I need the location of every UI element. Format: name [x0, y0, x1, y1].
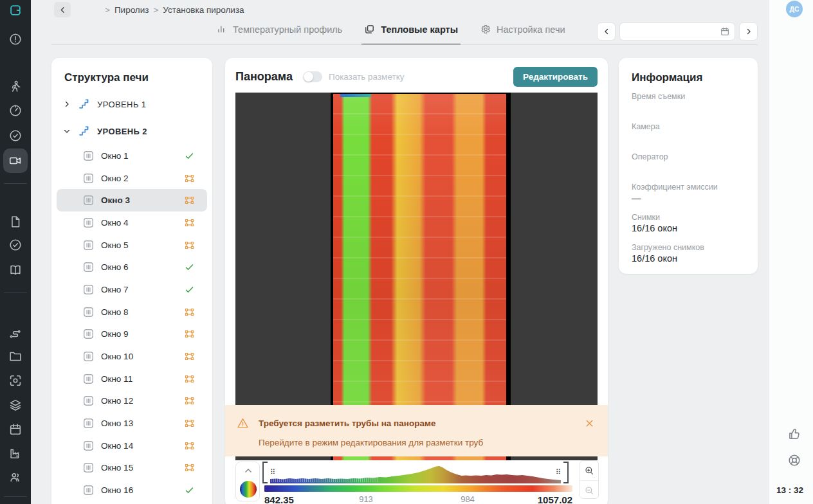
help-lifebuoy-icon[interactable]	[787, 453, 801, 467]
rail-divider	[4, 496, 27, 497]
folder-icon[interactable]	[8, 349, 23, 363]
route-icon[interactable]	[8, 326, 23, 340]
scale-min-handle[interactable]: ⠿	[262, 462, 268, 483]
gauge-icon[interactable]	[8, 104, 23, 118]
rail-divider	[4, 183, 27, 184]
close-icon[interactable]	[584, 418, 595, 429]
scan-focus-icon[interactable]	[8, 374, 23, 388]
warning-title: Требуется разметить трубы на панораме	[259, 419, 435, 428]
breadcrumb-item-unit[interactable]: Установка пиролиза	[163, 5, 244, 15]
users-icon[interactable]	[8, 470, 23, 484]
color-palette-button[interactable]	[240, 481, 257, 498]
tree-window-row[interactable]: Окно 3	[57, 189, 207, 212]
check-circle-icon[interactable]	[8, 129, 23, 143]
gear-icon	[480, 24, 491, 35]
chevron-left-icon	[602, 27, 611, 36]
date-navigation	[597, 22, 758, 40]
tab-label: Настройка печи	[497, 24, 565, 35]
check-icon	[184, 485, 195, 496]
scale-max-handle[interactable]: ⠿	[563, 462, 569, 483]
info-field-value: 16/16 окон	[632, 253, 745, 265]
thumbs-up-icon[interactable]	[787, 427, 801, 441]
tree-window-row[interactable]: Окно 16	[57, 479, 207, 501]
level-stairs-icon	[78, 125, 91, 138]
tree-window-row[interactable]: Окно 14	[57, 435, 207, 457]
zoom-in-icon	[584, 465, 594, 476]
clock: 13 : 32	[772, 485, 808, 495]
show-markup-label: Показать разметку	[329, 72, 405, 82]
tab-heat-maps[interactable]: Тепловые карты	[364, 19, 458, 45]
window-grill-icon	[82, 172, 95, 184]
tree-level-2-row[interactable]: УРОВЕНЬ 2	[51, 118, 212, 145]
tree-window-row[interactable]: Окно 7	[57, 278, 207, 301]
tab-label: Тепловые карты	[381, 24, 458, 35]
date-input[interactable]	[619, 22, 735, 40]
back-button[interactable]	[54, 2, 71, 17]
calendar-icon[interactable]	[8, 422, 23, 437]
avatar[interactable]: ДС	[786, 1, 803, 17]
markup-needed-icon	[184, 374, 195, 384]
tab-furnace-settings[interactable]: Настройка печи	[480, 19, 565, 45]
task-check-icon[interactable]	[8, 238, 23, 252]
markup-needed-icon	[184, 173, 195, 184]
tree-level-1-row[interactable]: УРОВЕНЬ 1	[51, 91, 212, 118]
window-label: Окно 16	[101, 485, 133, 495]
show-markup-toggle[interactable]	[303, 71, 322, 82]
zoom-controls	[580, 460, 599, 499]
bar-chart-icon	[216, 24, 227, 35]
markup-needed-icon	[184, 351, 195, 362]
drag-grip-icon: ⠿	[556, 469, 561, 476]
tree-window-row[interactable]: Окно 6	[57, 256, 207, 278]
zoom-in-button[interactable]	[580, 461, 598, 480]
info-fields: Время съемки Камера Оператор Коэффициент…	[619, 92, 758, 265]
factory-icon[interactable]	[8, 446, 23, 460]
breadcrumb: > Пиролиз > Установка пиролиза	[105, 5, 244, 15]
alert-circle-icon[interactable]	[8, 32, 23, 46]
tab-temperature-profile[interactable]: Температурный профиль	[216, 19, 342, 45]
right-toolbar: ДС 13 : 32	[769, 0, 813, 504]
window-label: Окно 9	[101, 329, 129, 339]
tree-window-row[interactable]: Окно 15	[57, 457, 207, 480]
app-logo-icon[interactable]	[8, 3, 23, 17]
window-label: Окно 5	[101, 240, 129, 250]
check-icon	[184, 150, 195, 161]
edit-button[interactable]: Редактировать	[513, 67, 598, 87]
tree-window-row[interactable]: Окно 8	[57, 301, 207, 323]
tree-window-row[interactable]: Окно 10	[57, 345, 207, 368]
file-icon[interactable]	[8, 215, 23, 229]
tree-window-row[interactable]: Окно 2	[57, 167, 207, 190]
book-icon[interactable]	[8, 263, 23, 277]
tree-window-row[interactable]: Окно 11	[57, 368, 207, 390]
info-panel: Информация Время съемки Камера Оператор	[619, 58, 758, 274]
window-grill-icon	[82, 150, 95, 162]
prev-date-button[interactable]	[597, 22, 616, 40]
tree-window-row[interactable]: Окно 1	[57, 145, 207, 167]
scale-max-value: 1057.02	[538, 494, 572, 504]
date-input-wrap	[619, 22, 735, 40]
panel-title: Информация	[619, 58, 758, 92]
window-grill-icon	[82, 440, 95, 452]
calendar-icon[interactable]	[720, 26, 730, 37]
next-date-button[interactable]	[739, 22, 758, 40]
window-grill-icon	[82, 417, 95, 429]
info-field: Снимки 16/16 окон	[632, 213, 745, 235]
chevron-up-icon[interactable]	[243, 465, 253, 476]
tree-window-row[interactable]: Окно 4	[57, 212, 207, 234]
panel-title: Структура печи	[51, 58, 212, 91]
breadcrumb-item-pyrolysis[interactable]: Пиролиз	[114, 5, 149, 15]
window-grill-icon	[82, 284, 95, 296]
tree-window-row[interactable]: Окно 12	[57, 390, 207, 413]
layers-icon[interactable]	[8, 398, 23, 412]
window-grill-icon	[82, 194, 95, 206]
walking-person-icon[interactable]	[8, 80, 23, 94]
zoom-out-button[interactable]	[580, 480, 598, 499]
window-label: Окно 8	[101, 307, 129, 317]
window-label: Окно 4	[101, 218, 129, 228]
tree-window-row[interactable]: Окно 5	[57, 234, 207, 256]
info-field: Время съемки	[632, 92, 745, 114]
warning-triangle-icon	[236, 417, 250, 430]
tree-window-row[interactable]: Окно 13	[57, 412, 207, 435]
window-label: Окно 3	[101, 195, 130, 205]
tree-window-row[interactable]: Окно 9	[57, 323, 207, 346]
video-camera-icon[interactable]	[8, 154, 23, 168]
